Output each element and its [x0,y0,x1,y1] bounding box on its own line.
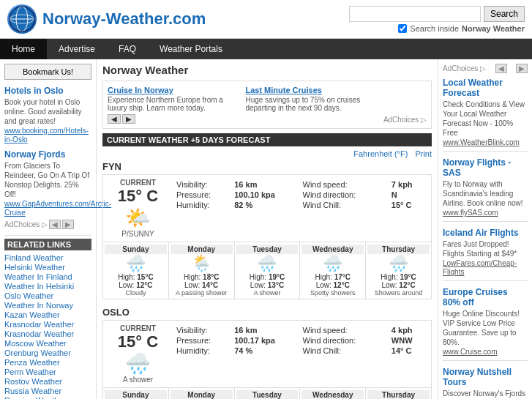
link-moscow-weather[interactable]: Moscow Weather [4,339,91,348]
norway-flights-ad: Norway Flights - SAS Fly to Norway with … [443,157,528,222]
left-arrow-btn[interactable]: ◀ [49,220,61,229]
hotels-desc: Book your hotel in Oslo online. Good ava… [4,97,91,126]
fyn-day4-label: Thursday [367,245,430,254]
ad-choices-content: AdChoices ▷ [383,116,427,124]
europe-cruises-desc: Huge Online Discounts! VIP Service Low P… [443,309,528,347]
fyn-day3-cond: Spotty showers [301,289,364,297]
link-kazan-weather[interactable]: Kazan Weather [4,310,91,319]
fyn-day1-icon: 🌦️ [171,254,233,273]
oslo-pressure-val: 100.17 kpa [234,336,301,345]
fyn-day2-label: Tuesday [236,245,299,254]
nav-home[interactable]: Home [0,39,47,59]
fahrenheit-link[interactable]: Fahrenheit (°F) [353,149,408,158]
fyn-current-temp: 15° C [107,187,169,206]
iceland-link[interactable]: LowFares.com/Cheap-Flights [443,259,517,276]
oslo-day-2: Tuesday 🌧️ High: 21°C Low: 8°C Spotty sh… [235,388,301,399]
oslo-pressure-label: Pressure: [176,336,233,345]
search-button[interactable]: Search [484,6,525,22]
fyn-day-1: Monday 🌦️ High: 18°C Low: 14°C A passing… [169,242,235,299]
fyn-day4-icon: 🌧️ [367,254,430,273]
site-title[interactable]: Norway-Weather.com [42,10,206,29]
hotels-section: Hotels in Oslo Book your hotel in Oslo o… [4,86,91,143]
oslo-current: CURRENT 15° C 🌧️ A shower Visibility: 16… [102,320,432,388]
fyn-pressure-label: Pressure: [176,190,233,199]
ad-choices-right-row: AdChoices ▷ ◀ ▶ [443,64,528,73]
fyn-day0-low: Low: 12°C [105,281,167,289]
fjords-title: Norway Fjords [4,149,91,160]
print-link[interactable]: Print [415,149,432,158]
oslo-day1-label: Monday [171,390,233,399]
nutshell-desc: Discover Norway's Fjords Excellent rates… [443,389,528,399]
europe-cruises-title: Europe Cruises 80% off [443,287,528,307]
link-weather-in-finland[interactable]: Weather In Finland [4,272,91,281]
link-penza-weather[interactable]: Penza Weather [4,358,91,367]
ad-cruises2-link[interactable]: Last Minute Cruises [245,86,322,94]
link-russian-weather[interactable]: Russian Weather [4,396,91,399]
fjords-desc: From Glaciers To Reindeer, Go On A Trip … [4,161,91,199]
link-rostov-weather[interactable]: Rostov Weather [4,377,91,386]
oslo-day3-label: Wednesday [301,390,364,399]
link-orenburg-weather[interactable]: Orenburg Weather [4,348,91,357]
ad-cruise-link[interactable]: Cruise In Norway [108,86,173,94]
nav-faq[interactable]: FAQ [107,39,148,59]
oslo-winddir-label: Wind direction: [303,336,390,345]
fyn-visibility-val: 16 km [234,180,301,189]
fyn-condition: P/SUNNY [107,230,169,238]
oslo-visibility-label: Visibility: [176,326,233,335]
divider-1 [4,235,91,236]
bookmark-button[interactable]: Bookmark Us! [4,64,91,80]
fyn-windchill-val: 15° C [391,201,426,209]
oslo-day-1: Monday 🌦️ High: 19°C Low: 12°C A passing… [169,388,235,399]
fyn-section: FYN CURRENT 15° C 🌤️ P/SUNNY Visibility:… [102,161,432,299]
norway-flights-link[interactable]: www.flySAS.com [443,209,498,217]
oslo-day4-label: Thursday [367,390,430,399]
search-input[interactable] [349,6,481,22]
link-krasnodar-weather-2[interactable]: Krasnodar Weather [4,329,91,338]
main-content: Norway Weather Cruise In Norway Experien… [97,59,438,399]
fyn-day2-icon: 🌧️ [236,254,299,273]
local-weather-link[interactable]: www.WeatherBlink.com [443,138,520,146]
link-weather-in-helsinki[interactable]: Weather In Helsinki [4,282,91,291]
fyn-windspeed-val: 7 kph [391,180,426,189]
nav-advertise[interactable]: Advertise [47,39,107,59]
logo-area: Norway-Weather.com [7,4,206,34]
fyn-windspeed-label: Wind speed: [303,180,390,189]
hotels-link[interactable]: www.booking.com/Hotels-in-Oslo [4,127,89,143]
search-inside-domain: Norway Weather [462,24,525,33]
link-weather-in-norway[interactable]: Weather In Norway [4,301,91,310]
link-russia-weather[interactable]: Russia Weather [4,387,91,395]
link-finland-weather[interactable]: Finland Weather [4,253,91,262]
europe-cruises-link[interactable]: www.Cruise.com [443,348,497,356]
local-weather-desc: Check Conditions & View Your Local Weath… [443,100,528,138]
link-krasnodar-weather-1[interactable]: Krasnodar Weather [4,320,91,329]
oslo-section: OSLO CURRENT 15° C 🌧️ A shower Visibilit… [102,307,432,399]
fyn-day0-cond: Cloudy [105,289,167,297]
right-next-btn[interactable]: ▶ [516,64,528,73]
link-oslo-weather[interactable]: Oslo Weather [4,291,91,300]
ad-choices-right-label: AdChoices ▷ [443,64,486,72]
nav-bar: Home Advertise FAQ Weather Portals [0,39,532,59]
ad-prev-btn[interactable]: ◀ [108,114,121,124]
fyn-pressure-val: 100.10 kpa [234,190,301,199]
oslo-condition: A shower [107,376,169,384]
link-helsinki-weather[interactable]: Helsinki Weather [4,263,91,272]
fyn-winddir-val: N [391,190,426,199]
globe-icon [7,4,37,34]
fyn-day0-high: High: 15°C [105,273,167,281]
norway-flights-title: Norway Flights - SAS [443,157,528,178]
oslo-forecast-row: Sunday 🌧️ High: 17°C Low: 12°C Rain and … [102,388,432,399]
fyn-day-2: Tuesday 🌧️ High: 19°C Low: 13°C A shower [235,242,301,299]
nav-weather-portals[interactable]: Weather Portals [148,39,234,59]
fyn-day-0: Sunday 🌧️ High: 15°C Low: 12°C Cloudy [103,242,169,299]
ad-next-btn[interactable]: ▶ [122,114,135,124]
oslo-windchill-val: 14° C [391,346,426,355]
oslo-day2-label: Tuesday [236,390,299,399]
search-inside-checkbox[interactable] [398,24,407,33]
search-area: Search Search inside Norway Weather [349,6,525,33]
right-prev-btn[interactable]: ◀ [495,64,507,73]
fjords-link[interactable]: www.GapAdventures.com/Arctic-Cruise [4,200,111,217]
link-perm-weather[interactable]: Perm Weather [4,368,91,376]
right-arrow-btn[interactable]: ▶ [62,220,74,229]
hotels-title: Hotels in Oslo [4,86,91,96]
fyn-title: FYN [102,161,432,172]
